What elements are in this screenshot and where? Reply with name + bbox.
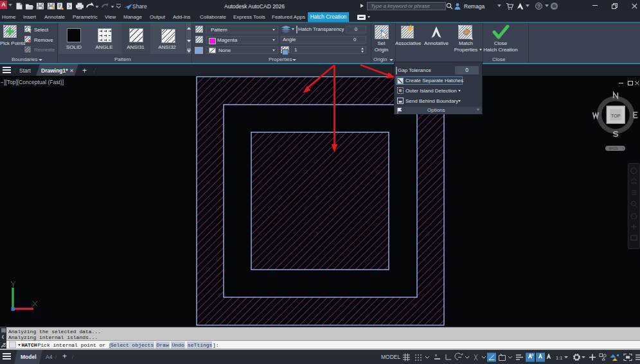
svg-text:?: ? xyxy=(537,3,540,9)
svg-text:1:1: 1:1 xyxy=(556,355,562,361)
